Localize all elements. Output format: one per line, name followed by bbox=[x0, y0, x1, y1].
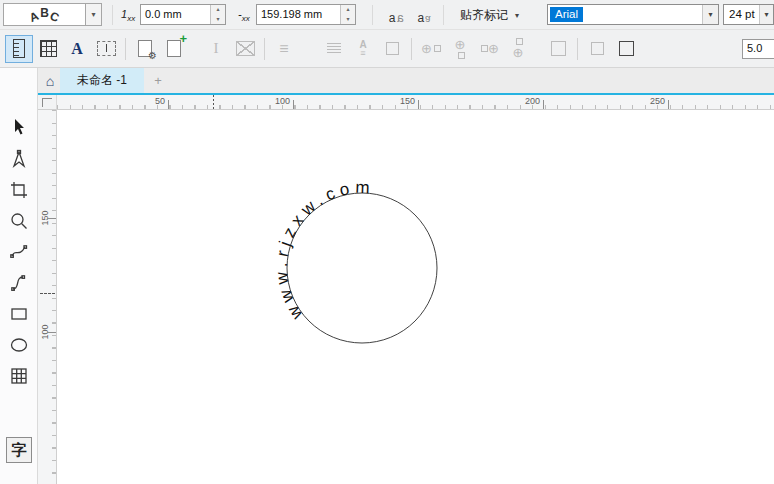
vertical-ruler[interactable]: 150 100 bbox=[38, 110, 57, 484]
plus-icon: + bbox=[154, 73, 162, 88]
spin-up-icon[interactable]: ▴ bbox=[341, 5, 355, 15]
pick-tool[interactable] bbox=[6, 115, 32, 141]
ellipse-tool[interactable] bbox=[6, 332, 32, 358]
text-tool[interactable]: 字 bbox=[6, 437, 32, 463]
curved-text[interactable]: www.rjzxw.com bbox=[272, 178, 375, 324]
handle-icon bbox=[434, 45, 441, 52]
a-over-lines-icon: A≡ bbox=[359, 41, 366, 57]
chevron-down-icon: ▾ bbox=[764, 10, 768, 19]
app-window: A B C ▾ 1xx 0.0 mm ▴ ▾ -xx 159.198 mm ▴ … bbox=[0, 0, 774, 484]
mirror-letter-flipped: a bbox=[397, 11, 404, 25]
ruler-origin-button[interactable] bbox=[38, 95, 57, 110]
separator bbox=[411, 38, 412, 60]
offset-value[interactable]: 159.198 mm bbox=[257, 5, 340, 24]
format-character-button[interactable]: A bbox=[64, 36, 90, 62]
ruler-label: 100 bbox=[275, 96, 293, 106]
crosshair-icon: ⊕ bbox=[513, 46, 524, 59]
distance-spinner[interactable]: ▴ ▾ bbox=[210, 5, 225, 24]
home-button[interactable]: ⌂ bbox=[41, 71, 59, 90]
crop-tool[interactable] bbox=[6, 177, 32, 203]
font-size-dropdown-button[interactable]: ▾ bbox=[759, 5, 773, 24]
crop-icon bbox=[9, 180, 29, 200]
abc-letter: C bbox=[48, 8, 61, 24]
freehand-tool[interactable] bbox=[6, 239, 32, 265]
ruler-tick bbox=[668, 100, 669, 109]
shape-tool[interactable] bbox=[6, 146, 32, 172]
chevron-down-icon: ▾ bbox=[515, 11, 519, 20]
text-ruler-button[interactable] bbox=[6, 36, 32, 62]
plus-icon: + bbox=[179, 34, 187, 44]
drop-cap-button: A≡ bbox=[350, 36, 376, 62]
small-box-icon bbox=[591, 42, 604, 55]
ruler-icon bbox=[13, 39, 25, 58]
character-map-button[interactable] bbox=[35, 36, 61, 62]
font-name-value[interactable]: Arial bbox=[550, 7, 583, 22]
page-icon: + bbox=[167, 40, 181, 57]
glyph-grid-icon bbox=[40, 40, 57, 57]
shape-arrow-icon bbox=[9, 149, 29, 169]
outline-width-input[interactable]: 5.0 bbox=[742, 39, 774, 59]
ruler-tick bbox=[168, 100, 169, 109]
spacing-button-2: ⊕ bbox=[447, 36, 473, 62]
zoom-tool[interactable] bbox=[6, 208, 32, 234]
mirror-text-horizontal-button[interactable]: a a bbox=[383, 5, 409, 25]
document-tab[interactable]: 未命名 -1 bbox=[60, 68, 144, 93]
font-size-combo[interactable]: 24 pt ▾ bbox=[723, 4, 774, 25]
property-bar: A B C ▾ 1xx 0.0 mm ▴ ▾ -xx 159.198 mm ▴ … bbox=[0, 0, 774, 30]
separator bbox=[125, 38, 126, 60]
pick-arrow-icon bbox=[9, 118, 29, 138]
document-options-button[interactable]: ⚙ bbox=[132, 36, 158, 62]
insert-object-button[interactable]: + bbox=[161, 36, 187, 62]
page-border-button[interactable] bbox=[613, 36, 639, 62]
ibeam-icon: I bbox=[214, 40, 219, 57]
text-orientation-dropdown[interactable]: ▾ bbox=[86, 3, 102, 26]
link-box-icon bbox=[386, 42, 399, 55]
new-tab-button[interactable]: + bbox=[150, 72, 166, 88]
font-list-combo[interactable]: Arial ▾ bbox=[547, 4, 719, 25]
align-lines-icon bbox=[327, 43, 341, 54]
square-outline-icon bbox=[619, 41, 634, 56]
text-frame-button[interactable] bbox=[93, 36, 119, 62]
columns-button: ≡ bbox=[271, 36, 297, 62]
font-size-value[interactable]: 24 pt bbox=[724, 5, 759, 24]
toolbox: 字 bbox=[0, 68, 38, 484]
abc-letter: B bbox=[40, 6, 49, 20]
text-toolbar: A ⚙ + I ≡ A≡ ⊕ ⊕ ⊕ ⊕ 5.0 bbox=[0, 30, 774, 68]
lines-icon: ≡ bbox=[279, 41, 288, 57]
text-tool-glyph: 字 bbox=[12, 441, 27, 460]
mirror-text-vertical-button[interactable]: a a bbox=[411, 5, 437, 25]
text-cursor-button: I bbox=[203, 36, 229, 62]
grid-icon bbox=[9, 366, 29, 386]
snap-to-marks-button[interactable]: 贴齐标记 ▾ bbox=[452, 4, 527, 26]
bezier-curve-tool[interactable] bbox=[6, 270, 32, 296]
distance-value[interactable]: 0.0 mm bbox=[141, 5, 210, 24]
home-icon: ⌂ bbox=[46, 73, 54, 89]
ruler-tick bbox=[47, 332, 56, 333]
ruler-label: 150 bbox=[400, 96, 418, 106]
crosshair-icon: ⊕ bbox=[488, 42, 499, 55]
mirror-letter: a bbox=[417, 11, 424, 25]
handle-icon bbox=[481, 45, 488, 52]
spin-down-icon[interactable]: ▾ bbox=[211, 15, 225, 25]
horizontal-offset-input[interactable]: 159.198 mm ▴ ▾ bbox=[256, 4, 356, 25]
snap-label: 贴齐标记 bbox=[460, 7, 508, 24]
spin-up-icon[interactable]: ▴ bbox=[211, 5, 225, 15]
ruler-tick bbox=[418, 100, 419, 109]
horizontal-ruler[interactable]: 50 100 150 200 250 bbox=[57, 95, 774, 110]
gear-icon: ⚙ bbox=[148, 51, 157, 61]
rectangle-tool[interactable] bbox=[6, 301, 32, 327]
graph-paper-tool[interactable] bbox=[6, 363, 32, 389]
spin-down-icon[interactable]: ▾ bbox=[341, 15, 355, 25]
font-dropdown-button[interactable]: ▾ bbox=[702, 5, 718, 24]
square-icon bbox=[551, 41, 566, 56]
wrap-text-button bbox=[545, 36, 571, 62]
mirror-letter: a bbox=[389, 11, 396, 25]
magnifier-icon bbox=[9, 211, 29, 231]
handle-icon bbox=[516, 38, 523, 45]
spacing-button-4: ⊕ bbox=[505, 36, 531, 62]
ruler-label: 200 bbox=[525, 96, 543, 106]
offset-spinner[interactable]: ▴ ▾ bbox=[340, 5, 355, 24]
drawing-canvas[interactable]: www.rjzxw.com bbox=[57, 110, 774, 484]
distance-from-path-input[interactable]: 0.0 mm ▴ ▾ bbox=[140, 4, 226, 25]
text-on-path-preview[interactable]: A B C bbox=[3, 3, 86, 26]
